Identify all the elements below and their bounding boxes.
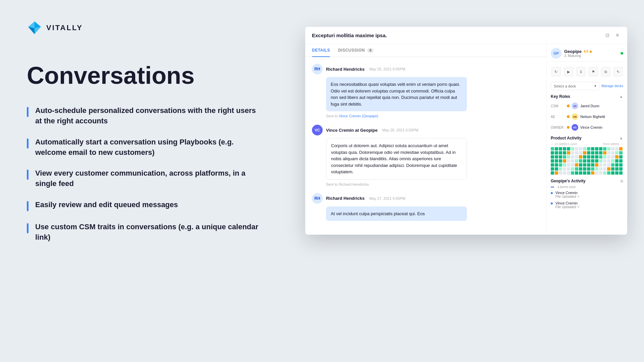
play-icon-btn[interactable]: ▶ xyxy=(564,67,573,76)
activity-entry-2: Vince Cremin File Uploaded = xyxy=(551,201,623,209)
grid-cell xyxy=(571,167,574,171)
grid-cell xyxy=(551,151,554,155)
grid-cell xyxy=(575,155,578,159)
sender-name-3: Richard Hendricks xyxy=(326,196,365,201)
grid-cell xyxy=(615,171,619,175)
grid-cell xyxy=(583,159,586,163)
grid-cell xyxy=(563,171,566,175)
message-header-2: VC Vince Cremin at Geopipe May 26, 2021 … xyxy=(312,125,540,135)
grid-cell xyxy=(583,151,586,155)
edit-icon-btn[interactable]: ✎ xyxy=(613,67,623,76)
flag-icon-btn[interactable]: ⚑ xyxy=(589,67,598,76)
info-icon-btn[interactable]: ℹ xyxy=(576,67,586,76)
grid-cell xyxy=(595,171,598,175)
grid-cell xyxy=(579,151,582,155)
grid-cell xyxy=(587,151,590,155)
grid-cell xyxy=(555,171,558,175)
grid-cell xyxy=(579,163,582,167)
message-header-1: RH Richard Hendricks May 25, 2021 6:05PM xyxy=(312,64,540,74)
grid-cell xyxy=(571,159,574,163)
grid-cell xyxy=(555,151,558,155)
grid-cell xyxy=(559,159,562,163)
grid-cell xyxy=(559,167,562,171)
avatar-rh-2: RH xyxy=(312,193,323,204)
tab-details[interactable]: DETAILS xyxy=(312,44,330,57)
grid-cell xyxy=(567,171,570,175)
bullet-text: Automatically start a conversation using… xyxy=(35,137,262,158)
grid-cell xyxy=(603,167,606,171)
grid-cell xyxy=(555,159,558,163)
key-roles-toggle[interactable]: ▲ xyxy=(619,94,623,99)
bullet-text: Auto-schedule personalized conversations… xyxy=(35,106,262,126)
grid-cell xyxy=(607,147,610,150)
right-panel: Excepturi mollitia maxime ipsa. ⊡ ✕ DETA… xyxy=(288,0,644,362)
message-block: RH Richard Hendricks May 25, 2021 6:05PM… xyxy=(312,64,540,118)
grid-cell xyxy=(611,159,614,163)
close-icon[interactable]: ✕ xyxy=(614,32,621,38)
grid-cell xyxy=(607,155,610,159)
resize-icon[interactable]: ⊡ xyxy=(604,32,610,38)
grid-cell xyxy=(579,147,582,150)
grid-cell xyxy=(611,163,614,167)
grid-cell xyxy=(559,155,562,159)
msg-bubble-3: At vel incidunt culpa perspiciatis place… xyxy=(326,206,467,221)
message-header-3: RH Richard Hendricks May 27, 2021 6:05PM xyxy=(312,193,540,204)
grid-cell xyxy=(563,159,566,163)
grid-row xyxy=(551,147,623,150)
activity-entry-1: Vince Cremin File Uploaded = xyxy=(551,191,623,198)
deck-select[interactable]: Select a deck ▾ xyxy=(551,82,599,90)
sent-to-link-1[interactable]: Vince Cremin (Geopipe) xyxy=(339,114,378,118)
bullet-item: Use custom CSM traits in conversations (… xyxy=(27,222,262,243)
product-activity-toggle[interactable]: ▲ xyxy=(619,136,623,140)
grid-cell xyxy=(551,155,554,159)
activity-dot-1 xyxy=(551,192,553,194)
grid-cell xyxy=(615,147,619,150)
account-info: Geopipe 4.0 ◆ 3. Maturing xyxy=(564,49,592,58)
bullet-bar xyxy=(27,138,29,148)
roles-list: CSM JD Jared Dunn AE NB Nelson Bighetti xyxy=(551,102,623,132)
grid-cell xyxy=(599,167,602,171)
grid-cell xyxy=(607,167,610,171)
grid-cell xyxy=(575,163,578,167)
product-activity-header: Product Activity ▲ xyxy=(551,136,623,140)
grid-cell xyxy=(571,163,574,167)
tabs-row: DETAILS DISCUSSION 0 xyxy=(305,44,546,57)
grid-cell xyxy=(611,155,614,159)
grid-cell xyxy=(603,147,606,150)
grid-cell xyxy=(603,171,606,175)
grid-cell xyxy=(583,167,586,171)
role-row-ae: AE NB Nelson Bighetti xyxy=(551,112,623,121)
geopipe-activity-section: Geopipe's Activity ⊞ 4 DAYS AGO Vince Cr… xyxy=(551,179,623,209)
modal-header: Excepturi mollitia maxime ipsa. ⊡ ✕ xyxy=(305,27,627,44)
grid-cell xyxy=(567,167,570,171)
grid-cell xyxy=(615,151,619,155)
grid-cell xyxy=(551,163,554,167)
grid-cell xyxy=(615,155,619,159)
online-indicator xyxy=(621,52,623,55)
geopipe-activity-header: Geopipe's Activity ⊞ xyxy=(551,179,623,183)
bullet-bar xyxy=(27,201,29,211)
bullet-text: View every customer communication, acros… xyxy=(35,168,262,189)
grid-cell xyxy=(563,147,566,150)
grid-cell xyxy=(611,151,614,155)
msg-time-2: May 26, 2021 6:05PM xyxy=(382,128,419,132)
grid-cell xyxy=(607,171,610,175)
sender-name-1: Richard Hendricks xyxy=(326,67,365,72)
grid-row xyxy=(551,159,623,163)
grid-cell xyxy=(603,163,606,167)
grid-cell xyxy=(559,171,562,175)
grid-cell xyxy=(579,155,582,159)
grid-cell xyxy=(579,167,582,171)
expand-icon[interactable]: ⊞ xyxy=(620,179,623,183)
copy-icon-btn[interactable]: ⧉ xyxy=(601,67,610,76)
grid-cell xyxy=(559,163,562,167)
grid-cell xyxy=(603,155,606,159)
bullet-item: Auto-schedule personalized conversations… xyxy=(27,106,262,126)
grid-cell xyxy=(595,155,598,159)
refresh-icon-btn[interactable]: ↻ xyxy=(551,67,561,76)
grid-cell xyxy=(571,151,574,155)
modal-title: Excepturi mollitia maxime ipsa. xyxy=(312,33,387,38)
tab-discussion[interactable]: DISCUSSION 0 xyxy=(338,44,374,57)
grid-cell xyxy=(595,167,598,171)
manage-decks-link[interactable]: Manage decks xyxy=(601,84,623,88)
